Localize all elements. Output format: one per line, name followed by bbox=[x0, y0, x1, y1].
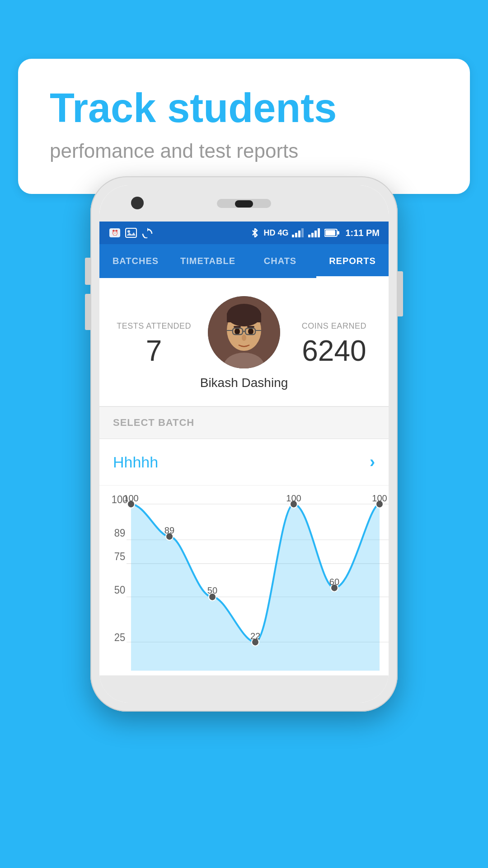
svg-rect-13 bbox=[325, 230, 335, 236]
network-label: HD 4G bbox=[263, 228, 288, 238]
phone-top-bar bbox=[99, 185, 389, 222]
bubble-subtitle: perfomance and test reports bbox=[50, 140, 438, 162]
svg-rect-11 bbox=[318, 228, 320, 237]
notification-icon: ⏰ bbox=[108, 227, 121, 238]
tests-attended-label: TESTS ATTENDED bbox=[113, 321, 195, 331]
svg-text:89: 89 bbox=[164, 525, 174, 536]
side-button-volume-down bbox=[85, 294, 90, 330]
svg-point-3 bbox=[127, 230, 130, 233]
front-camera bbox=[131, 197, 144, 209]
proximity-sensor bbox=[235, 200, 253, 208]
image-icon bbox=[125, 227, 137, 238]
svg-point-24 bbox=[242, 335, 246, 341]
signal-icon-2 bbox=[308, 228, 321, 237]
svg-rect-5 bbox=[295, 233, 297, 237]
profile-name: Bikash Dashing bbox=[200, 376, 288, 390]
svg-rect-23 bbox=[247, 326, 254, 328]
status-icons-right: HD 4G bbox=[250, 228, 380, 238]
profile-center: Bikash Dashing bbox=[195, 296, 293, 390]
chevron-right-icon: › bbox=[370, 453, 375, 472]
svg-rect-22 bbox=[234, 326, 241, 328]
svg-text:60: 60 bbox=[329, 576, 339, 587]
svg-rect-4 bbox=[292, 235, 294, 237]
svg-text:⏰: ⏰ bbox=[112, 229, 118, 236]
tab-bar: BATCHES TIMETABLE CHATS REPORTS bbox=[99, 244, 389, 278]
sync-icon bbox=[141, 227, 154, 238]
select-batch-header: SELECT BATCH bbox=[99, 406, 389, 439]
avatar bbox=[208, 296, 280, 368]
tab-timetable[interactable]: TIMETABLE bbox=[172, 244, 244, 278]
bluetooth-icon bbox=[250, 228, 260, 237]
svg-rect-19 bbox=[227, 313, 261, 322]
phone-bottom-bar bbox=[99, 675, 389, 703]
svg-text:89: 89 bbox=[114, 527, 125, 539]
svg-rect-8 bbox=[308, 235, 310, 237]
avatar-image bbox=[208, 296, 280, 368]
battery-icon bbox=[324, 228, 340, 237]
select-batch-label: SELECT BATCH bbox=[113, 417, 194, 428]
svg-text:50: 50 bbox=[207, 585, 217, 595]
tab-reports[interactable]: REPORTS bbox=[316, 244, 389, 278]
tests-attended-box: TESTS ATTENDED 7 bbox=[113, 321, 195, 365]
svg-text:75: 75 bbox=[114, 551, 125, 563]
svg-text:22: 22 bbox=[250, 631, 260, 642]
speech-bubble: Track students perfomance and test repor… bbox=[18, 59, 470, 194]
phone-screen: ⏰ bbox=[99, 185, 389, 703]
svg-text:25: 25 bbox=[114, 632, 125, 644]
phone-shell: ⏰ bbox=[90, 176, 398, 712]
svg-rect-2 bbox=[126, 228, 136, 237]
coins-earned-value: 6240 bbox=[293, 336, 375, 365]
phone-mockup: ⏰ bbox=[90, 176, 398, 712]
svg-text:100: 100 bbox=[372, 495, 387, 503]
coins-earned-label: COINS EARNED bbox=[293, 321, 375, 331]
batch-name: Hhhhh bbox=[113, 453, 158, 471]
svg-rect-14 bbox=[338, 231, 339, 235]
svg-point-21 bbox=[248, 328, 253, 335]
svg-point-20 bbox=[235, 328, 240, 335]
svg-rect-9 bbox=[311, 233, 314, 237]
chart-area: 100 89 75 50 25 bbox=[99, 486, 389, 675]
performance-chart: 100 89 75 50 25 bbox=[99, 495, 389, 675]
screen-content: TESTS ATTENDED 7 bbox=[99, 278, 389, 675]
profile-section: TESTS ATTENDED 7 bbox=[99, 278, 389, 406]
side-button-volume-up bbox=[85, 258, 90, 285]
svg-text:100: 100 bbox=[286, 495, 301, 503]
tests-attended-value: 7 bbox=[113, 336, 195, 365]
signal-icon-1 bbox=[292, 228, 305, 237]
status-bar: ⏰ bbox=[99, 222, 389, 244]
svg-text:50: 50 bbox=[114, 584, 125, 596]
svg-rect-7 bbox=[301, 228, 304, 237]
time-display: 1:11 PM bbox=[345, 228, 380, 238]
side-button-power bbox=[398, 271, 403, 316]
tab-batches[interactable]: BATCHES bbox=[99, 244, 172, 278]
bubble-title: Track students bbox=[50, 86, 438, 131]
batch-item[interactable]: Hhhhh › bbox=[99, 439, 389, 486]
status-icons-left: ⏰ bbox=[108, 227, 154, 238]
coins-earned-box: COINS EARNED 6240 bbox=[293, 321, 375, 365]
svg-rect-6 bbox=[298, 231, 300, 237]
svg-text:100: 100 bbox=[123, 495, 138, 503]
tab-chats[interactable]: CHATS bbox=[244, 244, 316, 278]
svg-rect-10 bbox=[314, 231, 317, 237]
